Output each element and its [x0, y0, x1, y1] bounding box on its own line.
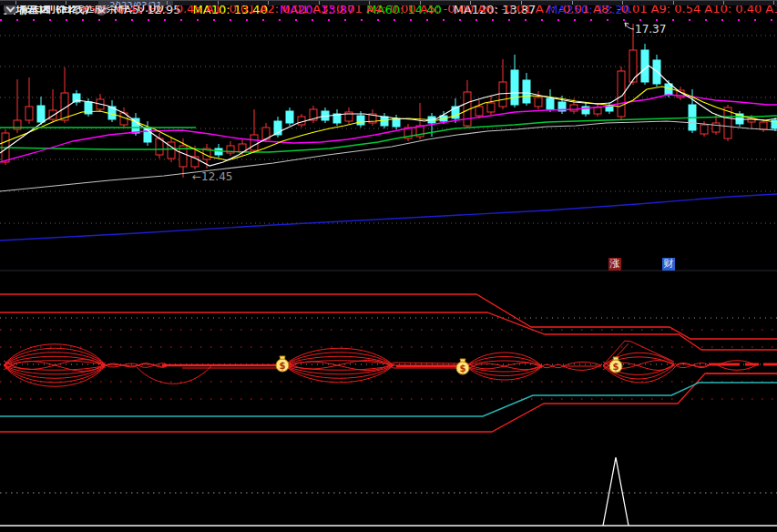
- trading-terminal: 17.37←12.45$$$ 贝瑞基因 (日线) MA5: 12.95 MA10…: [0, 0, 777, 532]
- axis-tick: [66, 1, 66, 5]
- candle-body: [511, 70, 518, 105]
- candle-body: [700, 125, 708, 134]
- braid-line: [284, 362, 394, 371]
- candle-body: [606, 107, 613, 111]
- candle-body: [523, 80, 530, 103]
- price-label: ←12.45: [192, 170, 232, 183]
- candle-body: [570, 105, 578, 111]
- candle-body: [547, 98, 554, 109]
- candle-body: [357, 116, 364, 125]
- candle-body: [298, 117, 305, 125]
- candle-body: [37, 106, 45, 122]
- candle-body: [760, 122, 767, 129]
- braid-line: [563, 362, 601, 366]
- upper-band-1: [0, 294, 777, 339]
- money-bag-dollar: $: [613, 362, 619, 372]
- axis-tick: [167, 1, 168, 5]
- ma250-line: [0, 194, 777, 240]
- axis-tick: [521, 1, 522, 5]
- candle-body: [250, 135, 258, 150]
- braid-line: [284, 353, 394, 365]
- braid-line: [137, 366, 211, 384]
- money-bag-dollar: $: [460, 363, 466, 373]
- braid-line: [466, 363, 542, 369]
- lower-band-red: [0, 373, 777, 432]
- cai-marker-badge: 财: [662, 258, 675, 271]
- candle-body: [712, 123, 720, 132]
- candle-body: [381, 117, 388, 126]
- braid-line: [4, 365, 106, 378]
- candle-body: [535, 97, 542, 107]
- candle-body: [286, 111, 293, 123]
- money-bag-dollar: $: [280, 361, 286, 371]
- candle-body: [594, 107, 601, 114]
- axis-tick: [117, 1, 118, 5]
- candle-body: [487, 103, 495, 112]
- time-axis: 2022/03/21: [0, 0, 777, 5]
- axis-tick: [773, 1, 774, 5]
- axis-tick: [218, 1, 219, 5]
- chart-canvas[interactable]: 17.37←12.45$$$: [0, 0, 777, 532]
- braid-line: [394, 363, 460, 363]
- axis-tick: [673, 1, 674, 5]
- axis-tick: [268, 1, 269, 5]
- axis-tick: [470, 1, 471, 5]
- braid-line: [4, 353, 106, 365]
- axis-tick: [15, 1, 16, 5]
- candle-body: [26, 107, 33, 120]
- candle-body: [215, 148, 222, 155]
- axis-tick: [723, 1, 724, 5]
- axis-tick: [572, 1, 573, 5]
- axis-date-label: 2022/03/21: [98, 1, 173, 5]
- braid-line: [676, 364, 709, 367]
- braid-line: [718, 365, 756, 370]
- candle-body: [49, 110, 56, 119]
- zhang-marker-badge: 涨: [608, 258, 621, 271]
- axis-tick: [369, 1, 370, 5]
- candle-body: [475, 107, 483, 116]
- signal-triangle: [603, 457, 629, 526]
- lower-band-cyan: [0, 383, 777, 416]
- price-label: 17.37: [635, 23, 666, 36]
- axis-tick: [319, 1, 320, 5]
- axis-tick: [420, 1, 421, 5]
- axis-tick: [622, 1, 623, 5]
- candle-body: [156, 138, 163, 155]
- braid-line: [284, 365, 394, 378]
